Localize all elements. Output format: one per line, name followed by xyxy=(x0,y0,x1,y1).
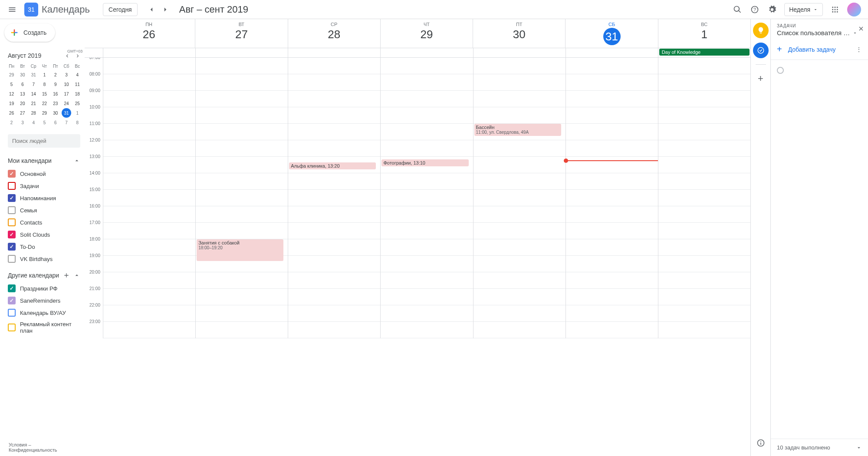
minical-day[interactable]: 28 xyxy=(29,108,38,118)
keep-addon-button[interactable] xyxy=(753,23,769,38)
minical-day[interactable]: 8 xyxy=(39,79,49,89)
minical-day[interactable]: 5 xyxy=(7,79,16,89)
minical-day[interactable]: 1 xyxy=(72,108,82,118)
calendar-item[interactable]: VK Birtdhays xyxy=(8,253,80,265)
minical-day[interactable]: 6 xyxy=(51,118,60,127)
tasks-menu-button[interactable]: ⋮ xyxy=(856,46,862,53)
task-checkbox[interactable] xyxy=(777,67,784,74)
day-header[interactable]: ЧТ29 xyxy=(380,19,473,48)
task-item[interactable] xyxy=(777,64,862,76)
minical-day[interactable]: 26 xyxy=(7,108,16,118)
day-column[interactable] xyxy=(566,58,658,338)
calendar-checkbox[interactable] xyxy=(8,218,16,226)
minical-day[interactable]: 23 xyxy=(51,99,60,108)
minical-day[interactable]: 25 xyxy=(72,99,82,108)
day-header[interactable]: СБ31 xyxy=(565,19,658,48)
calendar-checkbox[interactable] xyxy=(8,243,16,251)
minical-day[interactable]: 10 xyxy=(62,79,71,89)
calendar-item[interactable]: Семья xyxy=(8,204,80,216)
calendar-item[interactable]: Основной xyxy=(8,168,80,180)
day-header[interactable]: ПТ30 xyxy=(473,19,565,48)
menu-button[interactable] xyxy=(3,1,21,18)
day-column[interactable]: Альфа клиника, 13:20 xyxy=(288,58,380,338)
minical-day[interactable]: 3 xyxy=(18,118,27,127)
tasks-list-selector[interactable]: Список пользователя … xyxy=(777,29,862,36)
allday-event[interactable]: Day of Knowledge xyxy=(659,49,750,56)
calendar-checkbox[interactable] xyxy=(8,284,16,292)
day-header[interactable]: ВТ27 xyxy=(195,19,287,48)
calendar-item[interactable]: Contacts xyxy=(8,216,80,228)
day-column[interactable] xyxy=(658,58,750,338)
minical-day[interactable]: 14 xyxy=(29,89,38,99)
add-task-button[interactable]: Добавить задачу xyxy=(788,46,836,53)
add-calendar-icon[interactable] xyxy=(63,272,70,279)
add-addon-button[interactable]: + xyxy=(753,71,769,86)
calendar-checkbox[interactable] xyxy=(8,255,16,263)
minical-day[interactable]: 21 xyxy=(29,99,38,108)
minical-day[interactable]: 5 xyxy=(39,118,49,127)
add-task-plus-icon[interactable]: + xyxy=(777,44,782,54)
day-header[interactable]: ПН26 xyxy=(103,19,195,48)
tasks-close-button[interactable] xyxy=(858,25,865,32)
view-selector[interactable]: Неделя xyxy=(784,3,823,16)
day-column[interactable]: Фотографии, 13:10 xyxy=(380,58,473,338)
allday-cell[interactable] xyxy=(288,48,380,57)
minical-day[interactable]: 7 xyxy=(62,118,71,127)
minical-day[interactable]: 30 xyxy=(18,70,27,79)
day-column[interactable]: Занятия с собакой18:00–19:20 xyxy=(195,58,288,338)
allday-cell[interactable]: Day of Knowledge xyxy=(658,48,750,57)
minical-day[interactable]: 8 xyxy=(72,118,82,127)
calendar-item[interactable]: To-Do xyxy=(8,241,80,253)
minical-day[interactable]: 9 xyxy=(51,79,60,89)
calendar-event[interactable]: Бассейн11:00, ул. Свердлова, 49А xyxy=(474,124,561,136)
minical-day[interactable]: 17 xyxy=(62,89,71,99)
calendar-checkbox[interactable] xyxy=(8,170,16,178)
calendar-item[interactable]: Рекламный контент план xyxy=(8,319,80,336)
tasks-addon-button[interactable] xyxy=(753,43,769,58)
minical-day[interactable]: 19 xyxy=(7,99,16,108)
minical-day[interactable]: 2 xyxy=(51,70,60,79)
calendar-checkbox[interactable] xyxy=(8,309,16,317)
footer-links[interactable]: Условия – Конфиденциальность xyxy=(4,439,85,456)
allday-cell[interactable] xyxy=(380,48,473,57)
completed-tasks-toggle[interactable]: 10 задач выполнено xyxy=(771,439,868,456)
minical-day[interactable]: 29 xyxy=(7,70,16,79)
calendar-checkbox[interactable] xyxy=(8,182,16,190)
account-avatar[interactable] xyxy=(847,3,861,17)
minical-day[interactable]: 31 xyxy=(62,108,71,118)
minical-day[interactable]: 27 xyxy=(18,108,27,118)
minical-day[interactable]: 30 xyxy=(51,108,60,118)
minical-day[interactable]: 29 xyxy=(39,108,49,118)
calendar-checkbox[interactable] xyxy=(8,194,16,202)
apps-button[interactable] xyxy=(826,1,844,18)
allday-cell[interactable] xyxy=(195,48,288,57)
minical-day[interactable]: 1 xyxy=(39,70,49,79)
minical-day[interactable]: 11 xyxy=(72,79,82,89)
minical-day[interactable]: 2 xyxy=(7,118,16,127)
minical-day[interactable]: 24 xyxy=(62,99,71,108)
calendar-event[interactable]: Занятия с собакой18:00–19:20 xyxy=(197,239,283,261)
other-calendars-toggle[interactable]: Другие календари xyxy=(8,270,80,281)
info-button[interactable] xyxy=(753,435,769,451)
minical-day[interactable]: 18 xyxy=(72,89,82,99)
calendar-checkbox[interactable] xyxy=(8,324,16,331)
minical-day[interactable]: 12 xyxy=(7,89,16,99)
day-header[interactable]: СР28 xyxy=(288,19,380,48)
day-column[interactable] xyxy=(103,58,195,338)
help-button[interactable]: ? xyxy=(746,1,763,18)
calendar-checkbox[interactable] xyxy=(8,206,16,214)
minical-day[interactable]: 4 xyxy=(72,70,82,79)
minical-day[interactable]: 7 xyxy=(29,79,38,89)
calendar-item[interactable]: Solit Clouds xyxy=(8,228,80,241)
minical-day[interactable]: 6 xyxy=(18,79,27,89)
calendar-item[interactable]: Календарь ВУ/АУ xyxy=(8,307,80,319)
day-column[interactable]: Бассейн11:00, ул. Свердлова, 49А xyxy=(473,58,566,338)
prev-week-button[interactable] xyxy=(145,3,158,17)
allday-cell[interactable] xyxy=(103,48,195,57)
calendar-item[interactable]: Задачи xyxy=(8,180,80,192)
calendar-checkbox[interactable] xyxy=(8,297,16,304)
calendar-checkbox[interactable] xyxy=(8,231,16,238)
minical-day[interactable]: 15 xyxy=(39,89,49,99)
search-button[interactable] xyxy=(729,1,746,18)
create-button[interactable]: Создать xyxy=(4,23,55,42)
